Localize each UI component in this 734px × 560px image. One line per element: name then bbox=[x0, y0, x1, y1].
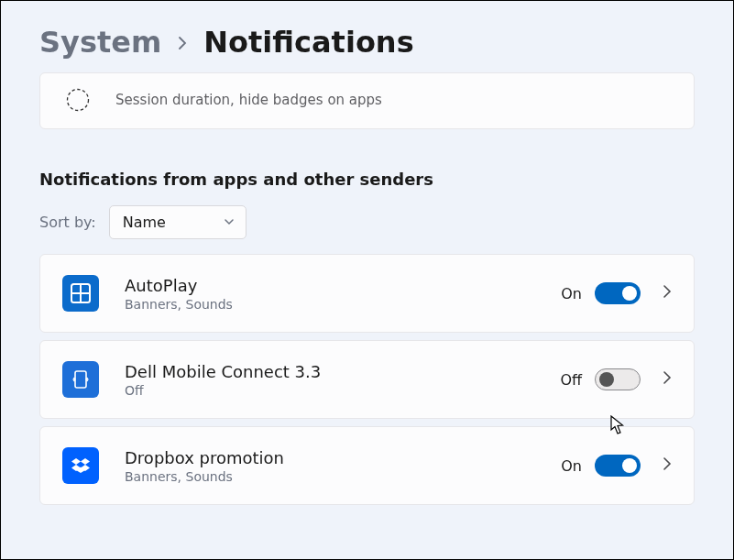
sort-label: Sort by: bbox=[39, 214, 96, 231]
focus-assist-description: Session duration, hide badges on apps bbox=[115, 92, 382, 108]
toggle-autoplay[interactable] bbox=[595, 282, 641, 304]
app-subtitle: Off bbox=[125, 383, 560, 398]
moon-icon bbox=[64, 86, 92, 114]
toggle-state-label: On bbox=[561, 285, 582, 302]
dropbox-icon bbox=[62, 447, 99, 484]
toggle-dell-mobile-connect[interactable] bbox=[595, 368, 641, 390]
chevron-right-icon bbox=[178, 35, 187, 54]
app-subtitle: Banners, Sounds bbox=[125, 469, 561, 484]
chevron-right-icon bbox=[663, 284, 672, 302]
sort-value: Name bbox=[123, 214, 166, 231]
dell-mobile-connect-icon bbox=[62, 361, 99, 398]
focus-assist-row[interactable]: Session duration, hide badges on apps bbox=[39, 72, 695, 129]
app-name: Dropbox promotion bbox=[125, 448, 561, 467]
breadcrumb-parent[interactable]: System bbox=[39, 25, 161, 60]
app-name: Dell Mobile Connect 3.3 bbox=[125, 362, 560, 381]
app-row-dell-mobile-connect[interactable]: Dell Mobile Connect 3.3 Off Off bbox=[39, 340, 695, 419]
section-heading: Notifications from apps and other sender… bbox=[39, 170, 695, 189]
autoplay-icon bbox=[62, 275, 99, 312]
sort-select[interactable]: Name bbox=[109, 205, 246, 239]
chevron-down-icon bbox=[224, 214, 235, 231]
app-name: AutoPlay bbox=[125, 276, 561, 295]
chevron-right-icon bbox=[663, 370, 672, 389]
toggle-state-label: Off bbox=[560, 371, 582, 389]
toggle-dropbox-promotion[interactable] bbox=[595, 455, 641, 477]
svg-point-0 bbox=[68, 90, 89, 111]
app-subtitle: Banners, Sounds bbox=[125, 297, 561, 312]
sort-row: Sort by: Name bbox=[39, 205, 695, 239]
app-row-autoplay[interactable]: AutoPlay Banners, Sounds On bbox=[39, 254, 695, 333]
page-title: Notifications bbox=[203, 25, 413, 60]
chevron-right-icon bbox=[663, 456, 672, 475]
app-row-dropbox-promotion[interactable]: Dropbox promotion Banners, Sounds On bbox=[39, 426, 695, 505]
toggle-state-label: On bbox=[561, 457, 582, 475]
svg-rect-4 bbox=[75, 371, 86, 388]
breadcrumb: System Notifications bbox=[39, 25, 695, 60]
